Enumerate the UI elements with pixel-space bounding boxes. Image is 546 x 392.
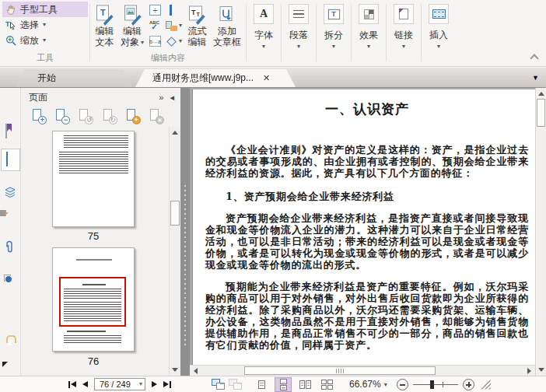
add-article-box-button[interactable]: 添加 文章框 [210, 2, 244, 49]
collapse-panel-icon[interactable]: ◂ [170, 93, 174, 102]
last-page-button[interactable] [160, 378, 174, 391]
tab-list-menu-icon[interactable]: ▼ [532, 74, 539, 82]
insert-menu-button[interactable]: 插入 ▾ [423, 2, 454, 66]
zoom-level-value[interactable]: 66.67% [349, 379, 381, 390]
facing-continuous-view-button[interactable] [318, 377, 335, 392]
continuous-view-button[interactable] [275, 377, 292, 392]
attachments-panel-button[interactable] [4, 240, 18, 254]
rotate-right-button[interactable]: ↻ [101, 108, 117, 124]
security-panel-button[interactable] [4, 340, 18, 354]
edit-object-label: 对象 [121, 37, 139, 47]
spell-check-button[interactable]: ABC✓ [149, 19, 161, 33]
thumbnail-scrollbar[interactable] [169, 127, 180, 376]
window-resize-grip[interactable] [481, 380, 491, 390]
zoom-tool-button[interactable]: 缩放 ▾ [2, 33, 88, 48]
chevron-down-icon[interactable]: ▾ [43, 22, 46, 28]
find-replace-icon: b→a [149, 36, 161, 47]
zoom-slider[interactable] [413, 384, 458, 385]
vertical-scrollbar[interactable] [535, 88, 546, 376]
pages-panel: 页面 » ◂ + − ↺ ↻ + ✕ 75 [21, 88, 180, 376]
edit-object-button[interactable]: 编辑 对象▾ [117, 2, 147, 49]
doc-paragraph: 《企业会计准则》对资产的定义是这样的：资产，是指企业过去的交易或者事项形成的、由… [205, 144, 529, 179]
rotate-left-button[interactable]: ↺ [77, 108, 93, 124]
text-cursor-button[interactable] [166, 3, 182, 17]
zoom-out-button[interactable] [397, 379, 408, 390]
comments-panel-button[interactable] [4, 213, 18, 227]
effect-menu-button[interactable]: 效果 ▾ [353, 2, 384, 66]
panel-corner-arrow-icon[interactable] [2, 362, 8, 367]
first-page-button[interactable] [65, 378, 79, 391]
ribbon-group-tools: 手型工具 T 选择 ▾ 缩放 ▾ 工具 [2, 2, 88, 66]
flow-edit-button[interactable]: TT 流式 编辑 [184, 2, 210, 49]
horizontal-scrollbar[interactable] [190, 365, 535, 376]
single-page-view-button[interactable] [253, 377, 270, 392]
panel-splitter[interactable] [180, 88, 190, 376]
thumbnail-page-75[interactable] [52, 131, 135, 227]
scrollbar-thumb[interactable] [537, 99, 545, 127]
paragraph-menu-button[interactable]: 段落 ▾ [283, 2, 314, 66]
next-page-button[interactable] [149, 378, 160, 391]
add-article-box-icon [218, 2, 236, 26]
thumbnail-zoom-in-button[interactable]: + [30, 108, 46, 124]
bookmarks-panel-button[interactable] [4, 124, 18, 138]
scroll-down-button[interactable] [170, 365, 180, 375]
add-page-button[interactable]: + [124, 108, 140, 124]
scrollbar-thumb[interactable] [170, 201, 180, 226]
scroll-up-button[interactable] [170, 128, 180, 138]
chevron-down-icon: ▾ [402, 43, 405, 50]
previous-page-button[interactable] [79, 378, 91, 391]
chevron-down-icon[interactable]: ▾ [139, 381, 142, 387]
edit-mini-column-2: ▾ ▾ [163, 2, 184, 48]
page-number-field[interactable]: 76 / 249 ▾ [94, 378, 145, 390]
text-cursor-icon [170, 5, 172, 16]
scrollbar-thumb[interactable] [244, 366, 436, 375]
tab-document-active[interactable]: 通用财务思维[www.j9p... ✕ [135, 69, 296, 87]
pdf-page[interactable]: 一、认识资产 《企业会计准则》对资产的定义是这样的：资产，是指企业过去的交易或者… [192, 89, 535, 365]
expand-all-icon[interactable]: » [159, 93, 163, 102]
chevron-down-icon: ▾ [262, 43, 265, 50]
scroll-right-button[interactable] [524, 366, 534, 376]
shape-button[interactable]: ▾ [166, 34, 182, 48]
pages-icon[interactable] [4, 152, 18, 166]
delete-page-button[interactable]: ✕ [148, 108, 163, 124]
chevron-down-icon[interactable]: ▾ [43, 37, 46, 44]
zoom-slider-thumb[interactable] [430, 380, 434, 389]
thumbnail-list: 75 76 [21, 127, 169, 376]
signature-panel-button: @ [4, 269, 18, 283]
image-annotation-button[interactable]: ▾ [166, 19, 182, 33]
back-arrow-icon: ← [219, 380, 226, 387]
scroll-up-button[interactable] [536, 89, 546, 99]
layers-panel-button[interactable] [4, 186, 18, 200]
thumbnail-text-block [64, 135, 128, 149]
previous-view-button[interactable]: ← [212, 379, 225, 390]
tab-start[interactable]: 开始 [16, 69, 132, 87]
document-tab-bar: 开始 通用财务思维[www.j9p... ✕ ▼ [0, 68, 546, 88]
svg-text:T: T [100, 8, 106, 17]
find-replace-button[interactable]: b→a [149, 34, 161, 48]
font-menu-button[interactable]: A 字体 ▾ [248, 2, 279, 66]
facing-view-button[interactable] [296, 377, 313, 392]
zoom-in-button[interactable] [463, 379, 474, 390]
thumbnail-zoom-out-button[interactable]: − [54, 108, 69, 124]
doc-paragraph: 资产预期会给企业带来经济利益，是指资产直接或者间接导致现金和现金等价物流入企业的… [205, 212, 529, 271]
next-view-button[interactable]: → [229, 379, 242, 390]
collapse-ribbon-button[interactable] [530, 54, 538, 62]
select-tool-button[interactable]: T 选择 ▾ [2, 17, 88, 33]
split-menu-button[interactable]: T 拆分 ▾ [318, 2, 349, 66]
doc-paragraph: 预期能为企业带来经济利益是资产的重要特征。例如，沃尔玛采购的商品可以用于对外销售… [205, 281, 529, 351]
pdf-editor-window: 手型工具 T 选择 ▾ 缩放 ▾ 工具 T [0, 0, 546, 392]
doc-section-title: 一、认识资产 [205, 100, 529, 118]
thumbnail-text-block [59, 152, 128, 173]
scroll-left-button[interactable] [191, 366, 201, 376]
link-menu-button[interactable]: 链接 ▾ [388, 2, 419, 66]
close-tab-icon[interactable]: ✕ [263, 73, 270, 83]
edit-text-button[interactable]: T 编辑 文本 [92, 2, 117, 49]
hand-tool-button[interactable]: 手型工具 [2, 2, 88, 17]
chevron-down-icon[interactable]: ▾ [384, 381, 387, 388]
chevron-down-icon: ▾ [437, 43, 440, 50]
layers-icon [4, 186, 17, 198]
text-fit-button[interactable]: ÷ [149, 3, 161, 17]
thumbnail-page-76[interactable] [52, 247, 135, 352]
chevron-down-icon: ▾ [332, 43, 335, 50]
scroll-down-button[interactable] [536, 365, 546, 375]
